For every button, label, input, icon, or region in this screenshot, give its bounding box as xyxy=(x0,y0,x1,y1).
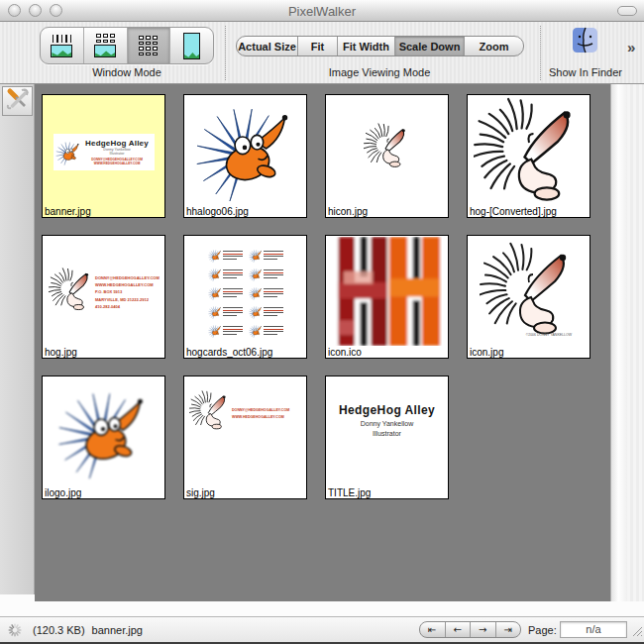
viewing-mode-zoom[interactable]: Zoom xyxy=(465,37,523,55)
show-in-finder-label: Show In Finder xyxy=(543,66,628,78)
thumbnail-image-hh-blocks xyxy=(326,236,448,358)
thumbnail-cell[interactable]: ©2006 DONNY YANKELLOW icon.jpg xyxy=(467,235,590,359)
portrait-image-icon xyxy=(183,33,200,59)
thumbnail-cell[interactable]: ilogo.jpg xyxy=(42,376,165,499)
thumbnail-image-cards xyxy=(184,236,306,358)
page-input[interactable]: n/a xyxy=(560,621,627,638)
window-mode-control xyxy=(40,27,214,64)
toolbar-divider xyxy=(225,26,226,80)
status-bar: (120.3 KB) banner.jpg ⇤←→⇥ Page: n/a xyxy=(0,616,644,644)
thumbnail-filename: hog.jpg xyxy=(45,347,77,358)
window-mode-thumbnails-only[interactable] xyxy=(128,28,171,63)
small-grid-icon xyxy=(96,34,115,43)
thumbnail-image-cartoon-blur xyxy=(43,376,164,498)
thumbnail-image-sketch-small xyxy=(326,95,448,217)
tools-button[interactable] xyxy=(2,86,33,116)
thumbnail-image-banner: HedgeHog Alley Donny YankellowIllustrato… xyxy=(43,95,164,217)
image-viewing-mode-label: Image Viewing Mode xyxy=(236,66,523,78)
selected-file-info: (120.3 KB) banner.jpg xyxy=(33,617,143,643)
window-title: PixelWalker xyxy=(0,4,644,19)
thumbnail-image-sketch-credit: ©2006 DONNY YANKELLOW xyxy=(468,236,590,358)
toolbar-overflow-chevron[interactable]: » xyxy=(627,39,635,55)
show-in-finder-button[interactable] xyxy=(572,27,598,54)
thumbnail-image-cartoon xyxy=(184,95,306,217)
thumbnail-cell[interactable]: DONNY@HEDGEHOGALLEY.COMWWW.HEDGEHOGALLEY… xyxy=(183,376,307,499)
thumbnail-filename: sig.jpg xyxy=(186,487,215,498)
thumbnail-filename: hicon.jpg xyxy=(328,206,368,217)
image-viewing-mode-control: Actual SizeFitFit WidthScale DownZoom xyxy=(236,36,524,56)
nav-first-button[interactable]: ⇤ xyxy=(420,622,446,637)
thumbnail-image-title-card: HedgeHog Alley Donny YankellowIllustrato… xyxy=(326,376,448,498)
thumbnail-cell[interactable]: hhalogo06.jpg xyxy=(183,94,307,218)
screwdriver-wrench-icon xyxy=(6,87,30,115)
thumbnail-filename: icon.ico xyxy=(328,347,362,358)
thumbnail-cell[interactable]: DONNY@HEDGEHOGALLEY.COMWWW.HEDGEHOGALLEY… xyxy=(42,235,165,359)
page-navigation: ⇤←→⇥ xyxy=(419,621,521,638)
toolbar: Window Mode Actual SizeFitFit WidthScale… xyxy=(0,22,644,84)
page-label: Page: xyxy=(528,617,557,643)
thumbnail-cell[interactable]: icon.ico xyxy=(325,235,449,359)
viewing-mode-actual-size[interactable]: Actual Size xyxy=(237,37,298,55)
landscape-image-icon xyxy=(51,45,72,57)
window-mode-single-image-view[interactable] xyxy=(170,28,213,63)
svg-text:©2006 DONNY YANKELLOW: ©2006 DONNY YANKELLOW xyxy=(525,333,572,337)
thumbnail-filename: ilogo.jpg xyxy=(45,487,81,498)
nav-last-button[interactable]: ⇥ xyxy=(496,622,521,637)
thumbnail-filename: hogcards_oct06.jpg xyxy=(186,347,272,358)
landscape-image-icon xyxy=(94,45,116,57)
thumbnail-image-sig: DONNY@HEDGEHOGALLEY.COMWWW.HEDGEHOGALLEY… xyxy=(184,376,306,498)
right-margin-strip xyxy=(627,84,644,601)
thumbnail-cell[interactable]: hogcards_oct06.jpg xyxy=(183,235,307,359)
thumbnail-filename: hog-[Converted].jpg xyxy=(470,206,557,217)
thumbnail-filename: hhalogo06.jpg xyxy=(186,206,249,217)
thumbnail-cell[interactable]: hicon.jpg xyxy=(325,94,449,218)
window-mode-thumbnails-with-preview[interactable] xyxy=(84,28,128,63)
finder-face-icon xyxy=(572,40,598,56)
progress-spinner-icon xyxy=(7,622,23,642)
file-size-text: (120.3 KB) xyxy=(33,624,85,636)
resize-grip[interactable] xyxy=(630,623,643,641)
viewing-mode-fit-width[interactable]: Fit Width xyxy=(338,37,395,55)
thumbnail-filename: banner.jpg xyxy=(45,206,91,217)
thumbnail-grid-icon xyxy=(139,36,158,55)
title-bar[interactable]: PixelWalker xyxy=(0,0,644,22)
toolbar-toggle-pill[interactable] xyxy=(617,6,637,16)
thumbnail-image-sketch-large xyxy=(468,95,590,217)
thumbnail-cell[interactable]: hog-[Converted].jpg xyxy=(467,94,590,218)
viewing-mode-fit[interactable]: Fit xyxy=(298,37,338,55)
left-tool-strip xyxy=(0,84,35,594)
thumbnail-filename: icon.jpg xyxy=(470,347,503,358)
toolbar-divider xyxy=(540,26,541,80)
window-mode-list-view[interactable] xyxy=(41,28,84,63)
nav-previous-button[interactable]: ← xyxy=(446,622,472,637)
window-mode-label: Window Mode xyxy=(40,66,214,78)
file-name-text: banner.jpg xyxy=(92,624,143,636)
pixelwalker-window: PixelWalker Window Mode Actual SizeFitFi… xyxy=(0,0,644,644)
nav-next-button[interactable]: → xyxy=(471,622,496,637)
viewing-mode-scale-down[interactable]: Scale Down xyxy=(395,37,465,55)
thumbnail-cell[interactable]: HedgeHog Alley Donny YankellowIllustrato… xyxy=(42,94,165,218)
thumbnail-grid: HedgeHog Alley Donny YankellowIllustrato… xyxy=(35,84,610,601)
thumbnail-filename: TITLE.jpg xyxy=(328,487,371,498)
thumbnail-image-contact: DONNY@HEDGEHOGALLEY.COMWWW.HEDGEHOGALLEY… xyxy=(43,236,164,358)
vertical-scrollbar-track[interactable] xyxy=(610,84,627,601)
list-lines-icon xyxy=(53,35,72,43)
thumbnail-cell[interactable]: HedgeHog Alley Donny YankellowIllustrato… xyxy=(325,376,449,499)
